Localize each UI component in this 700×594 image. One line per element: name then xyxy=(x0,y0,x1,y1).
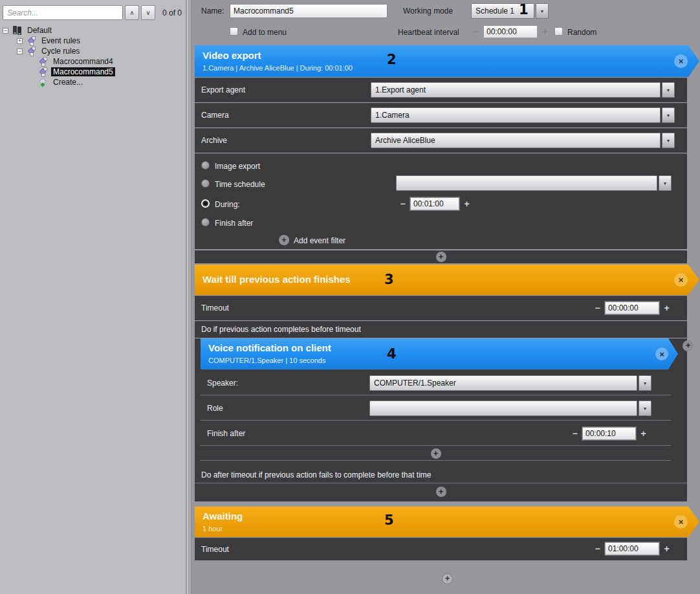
tree-item-default[interactable]: − Default xyxy=(0,25,186,36)
working-mode-dropdown[interactable]: Schedule 1 ▼ xyxy=(471,3,549,19)
tree-item-cycle-rules[interactable]: − Cycle rules xyxy=(0,46,186,56)
add-event-filter-label[interactable]: Add event filter xyxy=(294,236,345,245)
add-event-filter-icon[interactable]: + xyxy=(279,235,289,245)
plus-icon[interactable]: + xyxy=(640,428,647,439)
tree-item-event-rules[interactable]: + Event rules xyxy=(0,36,186,46)
dropdown-arrow-icon[interactable]: ▼ xyxy=(536,3,549,19)
voice-notification-header[interactable]: Voice notification on client COMPUTER/1.… xyxy=(201,338,678,369)
close-icon[interactable]: × xyxy=(655,347,668,360)
create-plus-icon xyxy=(38,77,49,87)
tree-expand-icon[interactable]: + xyxy=(17,38,23,44)
tree-item-create[interactable]: Create... xyxy=(0,77,186,87)
tree-item-label: Create... xyxy=(51,78,85,87)
export-agent-dropdown[interactable]: 1.Export agent ▼ xyxy=(371,82,675,98)
video-export-header[interactable]: Video export 1.Camera | Archive AliceBlu… xyxy=(195,45,699,77)
plus-icon[interactable]: + xyxy=(463,199,470,209)
random-label: Random xyxy=(567,28,596,37)
chevron-up-icon: ∧ xyxy=(129,9,134,16)
export-agent-value: 1.Export agent xyxy=(371,82,661,98)
add-branch-action-icon[interactable]: + xyxy=(683,340,694,351)
finish-after-stepper: − + xyxy=(571,427,647,440)
awaiting-header[interactable]: Awaiting 1 hour × xyxy=(195,507,699,537)
awaiting-timeout-row: Timeout − + xyxy=(195,538,687,560)
working-mode-label: Working mode xyxy=(403,6,453,16)
add-action-button[interactable]: + xyxy=(195,250,687,263)
image-export-label: Image export xyxy=(215,162,260,171)
rule-folder-icon xyxy=(26,36,37,46)
wait-timeout-row: Timeout − + xyxy=(195,296,687,320)
minus-icon[interactable]: − xyxy=(472,27,479,37)
awaiting-timeout-stepper: − + xyxy=(594,542,670,555)
speaker-label: Speaker: xyxy=(207,379,238,388)
speaker-dropdown[interactable]: COMPUTER/1.Speaker ▼ xyxy=(369,375,651,391)
finish-after-input[interactable] xyxy=(582,427,636,440)
do-after-label: Do after timeout if previous action fail… xyxy=(201,470,432,479)
speaker-row: Speaker: COMPUTER/1.Speaker ▼ xyxy=(201,371,671,395)
search-next-button[interactable]: ∨ xyxy=(141,5,155,20)
dropdown-arrow-icon[interactable]: ▼ xyxy=(662,133,675,148)
archive-dropdown[interactable]: Archive AliceBlue ▼ xyxy=(371,133,675,148)
panel-subtitle: 1.Camera | Archive AliceBlue | During: 0… xyxy=(202,64,353,72)
dropdown-arrow-icon[interactable]: ▼ xyxy=(639,401,651,416)
close-icon[interactable]: × xyxy=(674,515,688,529)
finish-after-label: Finish after xyxy=(215,219,253,228)
minus-icon[interactable]: − xyxy=(594,544,601,554)
dropdown-arrow-icon[interactable]: ▼ xyxy=(662,82,675,98)
panel-subtitle: COMPUTER/1.Speaker | 10 seconds xyxy=(208,357,325,364)
tree-item-label: Macrocommand4 xyxy=(51,57,115,66)
camera-dropdown[interactable]: 1.Camera ▼ xyxy=(371,107,675,123)
macro-editor-content: Name: Working mode Schedule 1 ▼ Add to m… xyxy=(191,0,700,594)
tree-collapse-icon[interactable]: − xyxy=(3,28,8,34)
dropdown-arrow-icon[interactable]: ▼ xyxy=(639,375,651,391)
close-icon[interactable]: × xyxy=(674,54,688,68)
time-schedule-dropdown[interactable]: ▼ xyxy=(396,175,672,191)
wait-branch-body: Voice notification on client COMPUTER/1.… xyxy=(195,338,687,501)
tree-item-macrocommand5[interactable]: Macrocommand5 xyxy=(0,67,186,77)
awaiting-timeout-input[interactable] xyxy=(605,542,659,555)
add-to-menu-checkbox[interactable] xyxy=(230,27,238,36)
timeout-label: Timeout xyxy=(201,303,229,313)
minus-icon[interactable]: − xyxy=(594,303,601,313)
time-schedule-radio[interactable] xyxy=(201,179,210,188)
minus-icon[interactable]: − xyxy=(399,199,406,209)
add-timeout-action-button[interactable]: + xyxy=(195,485,687,499)
do-after-row: Do after timeout if previous action fail… xyxy=(195,467,687,483)
archive-row: Archive Archive AliceBlue ▼ xyxy=(195,128,687,153)
plus-icon[interactable]: + xyxy=(541,27,549,37)
wait-timeout-input[interactable] xyxy=(605,302,659,314)
tree-collapse-icon[interactable]: − xyxy=(17,49,23,54)
plus-icon[interactable]: + xyxy=(663,544,670,554)
during-radio[interactable] xyxy=(201,199,210,208)
search-prev-button[interactable]: ∧ xyxy=(125,5,139,20)
tree-item-macrocommand4[interactable]: Macrocommand4 xyxy=(0,56,186,67)
finish-after-radio[interactable] xyxy=(201,218,210,226)
role-value xyxy=(369,401,637,416)
add-to-menu-label: Add to menu xyxy=(243,28,287,37)
dropdown-arrow-icon[interactable]: ▼ xyxy=(659,175,672,191)
wait-action-header[interactable]: Wait till previous action finishes × xyxy=(195,265,699,295)
dropdown-arrow-icon[interactable]: ▼ xyxy=(662,107,675,123)
add-branch-action-button[interactable]: + xyxy=(201,446,671,461)
image-export-radio[interactable] xyxy=(201,161,210,170)
panel-splitter[interactable] xyxy=(187,0,191,594)
during-input[interactable] xyxy=(410,197,459,210)
add-macro-action-button[interactable]: + xyxy=(442,573,453,584)
rules-tree: − Default + Event rules − Cycle rules xyxy=(0,24,186,87)
name-label: Name: xyxy=(201,6,224,16)
archive-value: Archive AliceBlue xyxy=(371,133,661,148)
panel-subtitle: 1 hour xyxy=(202,525,223,533)
during-stepper: − + xyxy=(399,197,470,210)
timeout-label: Timeout xyxy=(201,545,229,554)
close-icon[interactable]: × xyxy=(674,273,688,287)
heartbeat-interval-input[interactable] xyxy=(483,25,538,38)
finish-after-label: Finish after xyxy=(207,429,245,438)
callout-4: 4 xyxy=(387,346,397,362)
random-checkbox[interactable] xyxy=(554,27,563,36)
name-input[interactable] xyxy=(230,4,388,18)
search-input[interactable] xyxy=(3,5,123,20)
minus-icon[interactable]: − xyxy=(571,428,578,439)
camera-value: 1.Camera xyxy=(371,107,661,123)
role-dropdown[interactable]: ▼ xyxy=(369,401,651,416)
plus-icon[interactable]: + xyxy=(663,303,670,313)
panel-title: Voice notification on client xyxy=(208,342,331,353)
